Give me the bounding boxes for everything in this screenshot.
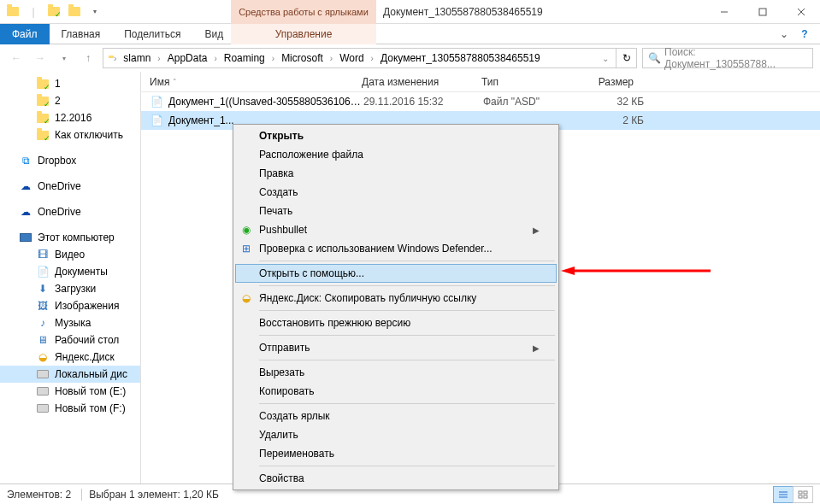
back-button[interactable]: ←: [7, 49, 26, 67]
view-large-button[interactable]: [793, 486, 813, 503]
up-button[interactable]: ↑: [79, 49, 97, 67]
tab-manage[interactable]: Управление: [231, 24, 376, 44]
qat-properties-icon[interactable]: [44, 3, 63, 21]
refresh-button[interactable]: ↻: [616, 48, 637, 68]
ctx-print[interactable]: Печать: [235, 202, 557, 220]
search-placeholder: Поиск: Документ_130558788...: [664, 46, 807, 70]
ribbon: Файл Главная Поделиться Вид Управление ⌄…: [0, 24, 820, 44]
ctx-copy[interactable]: Копировать: [235, 382, 557, 401]
sidebar-item-dropbox[interactable]: ⧉Dropbox: [0, 152, 140, 169]
search-icon: 🔍: [648, 52, 661, 64]
sidebar-item-quick-3[interactable]: 12.2016: [0, 109, 140, 126]
sidebar-item-music[interactable]: ♪Музыка: [0, 314, 140, 331]
ctx-rename[interactable]: Переименовать: [235, 444, 557, 463]
breadcrumb-root-icon[interactable]: ›: [105, 49, 118, 67]
address-dropdown-icon[interactable]: ⌄: [597, 54, 614, 63]
window-controls: [705, 0, 820, 24]
breadcrumb-seg-1[interactable]: AppData›: [162, 49, 219, 67]
ctx-edit[interactable]: Правка: [235, 164, 557, 183]
help-icon[interactable]: ?: [796, 26, 813, 43]
ctx-delete[interactable]: Удалить: [235, 425, 557, 444]
sidebar-item-quick-4[interactable]: Как отключить: [0, 126, 140, 144]
maximize-button[interactable]: [743, 0, 782, 24]
sidebar-item-videos[interactable]: 🎞Видео: [0, 246, 140, 263]
sidebar-item-quick-2[interactable]: 2: [0, 92, 140, 109]
separator: [259, 285, 555, 286]
ctx-create[interactable]: Создать: [235, 183, 557, 202]
ctx-cut[interactable]: Вырезать: [235, 363, 557, 382]
svg-rect-9: [799, 491, 802, 494]
svg-rect-10: [804, 491, 807, 494]
sidebar-item-local-disk[interactable]: Локальный дис: [0, 366, 140, 383]
submenu-arrow-icon: ▶: [533, 343, 540, 353]
sidebar-item-onedrive-2[interactable]: ☁OneDrive: [0, 203, 140, 220]
recent-dropdown-icon[interactable]: ▾: [55, 49, 74, 67]
close-button[interactable]: [782, 0, 820, 24]
ctx-open-with[interactable]: Открыть с помощью...: [235, 264, 557, 283]
sidebar-item-downloads[interactable]: ⬇Загрузки: [0, 280, 140, 297]
breadcrumb-seg-0[interactable]: slamn›: [118, 49, 162, 67]
ctx-defender[interactable]: ⊞Проверка с использованием Windows Defen…: [235, 239, 557, 258]
tab-share[interactable]: Поделиться: [112, 24, 192, 44]
breadcrumb-seg-3[interactable]: Microsoft›: [276, 49, 334, 67]
sidebar-item-documents[interactable]: 📄Документы: [0, 263, 140, 280]
ribbon-expand-icon[interactable]: ⌄: [776, 26, 793, 43]
ctx-open-location[interactable]: Расположение файла: [235, 145, 557, 164]
context-menu: Открыть Расположение файла Правка Создат…: [233, 124, 559, 490]
ctx-restore[interactable]: Восстановить прежнюю версию: [235, 314, 557, 332]
ctx-send-to[interactable]: Отправить▶: [235, 338, 557, 357]
separator: [259, 261, 555, 261]
separator: [259, 335, 555, 336]
minimize-button[interactable]: [705, 0, 743, 24]
file-name: Документ_1((Unsaved-305588053610638...: [168, 96, 363, 108]
tab-view[interactable]: Вид: [192, 24, 235, 44]
search-box[interactable]: 🔍 Поиск: Документ_130558788...: [642, 48, 813, 68]
ctx-yadisk[interactable]: ◒Яндекс.Диск: Скопировать публичную ссыл…: [235, 289, 557, 308]
sidebar-item-this-pc[interactable]: Этот компьютер: [0, 229, 140, 246]
submenu-arrow-icon: ▶: [533, 226, 540, 235]
sidebar-item-volume-f[interactable]: Новый том (F:): [0, 400, 140, 417]
col-header-date[interactable]: Дата изменения: [353, 76, 473, 88]
app-icon[interactable]: [3, 3, 22, 21]
sidebar-item-yadisk[interactable]: ◒Яндекс.Диск: [0, 349, 140, 366]
nav-bar: ← → ▾ ↑ › slamn› AppData› Roaming› Micro…: [0, 44, 820, 72]
file-row[interactable]: 📄 Документ_1((Unsaved-305588053610638...…: [141, 92, 820, 111]
separator: [259, 360, 555, 360]
breadcrumb-seg-2[interactable]: Roaming›: [219, 49, 276, 67]
file-tab[interactable]: Файл: [0, 24, 50, 44]
ctx-open[interactable]: Открыть: [235, 126, 557, 145]
view-details-button[interactable]: [773, 486, 793, 503]
qat-dropdown-icon[interactable]: ▾: [86, 3, 104, 21]
column-headers: Имя˄ Дата изменения Тип Размер: [141, 72, 820, 92]
breadcrumb-seg-5[interactable]: Документ_1305587880538465519: [375, 49, 546, 67]
col-header-type[interactable]: Тип: [473, 76, 567, 88]
file-icon: 📄: [150, 95, 163, 108]
sidebar-item-desktop[interactable]: 🖥Рабочий стол: [0, 331, 140, 349]
svg-rect-11: [799, 495, 802, 498]
defender-icon: ⊞: [239, 242, 253, 255]
qat-new-folder-icon[interactable]: [65, 3, 84, 21]
breadcrumb-seg-4[interactable]: Word›: [334, 49, 375, 67]
status-item-count: Элементов: 2: [7, 489, 82, 501]
ctx-pushbullet[interactable]: ◉Pushbullet▶: [235, 220, 557, 239]
col-header-name[interactable]: Имя˄: [141, 76, 353, 88]
ribbon-right: ⌄ ?: [776, 26, 813, 43]
title-bar: | ▾ Средства работы с ярлыками Документ_…: [0, 0, 820, 24]
window-title: Документ_1305587880538465519: [383, 0, 543, 24]
contextual-tab-header: Средства работы с ярлыками: [231, 0, 376, 24]
col-header-size[interactable]: Размер: [567, 76, 644, 88]
ctx-shortcut[interactable]: Создать ярлык: [235, 407, 557, 425]
sidebar-item-onedrive-1[interactable]: ☁OneDrive: [0, 178, 140, 195]
sidebar-item-quick-1[interactable]: 1: [0, 75, 140, 92]
separator: [259, 466, 555, 466]
tab-home[interactable]: Главная: [50, 24, 113, 44]
address-bar[interactable]: › slamn› AppData› Roaming› Microsoft› Wo…: [103, 48, 616, 68]
status-selection: Выбран 1 элемент: 1,20 КБ: [89, 489, 219, 501]
svg-rect-1: [759, 9, 766, 15]
forward-button[interactable]: →: [31, 49, 50, 67]
sidebar-item-volume-e[interactable]: Новый том (E:): [0, 383, 140, 400]
ctx-properties[interactable]: Свойства: [235, 469, 557, 488]
nav-pane: 1 2 12.2016 Как отключить ⧉Dropbox ☁OneD…: [0, 72, 141, 483]
file-date: 29.11.2016 15:32: [363, 96, 483, 108]
sidebar-item-pictures[interactable]: 🖼Изображения: [0, 297, 140, 314]
